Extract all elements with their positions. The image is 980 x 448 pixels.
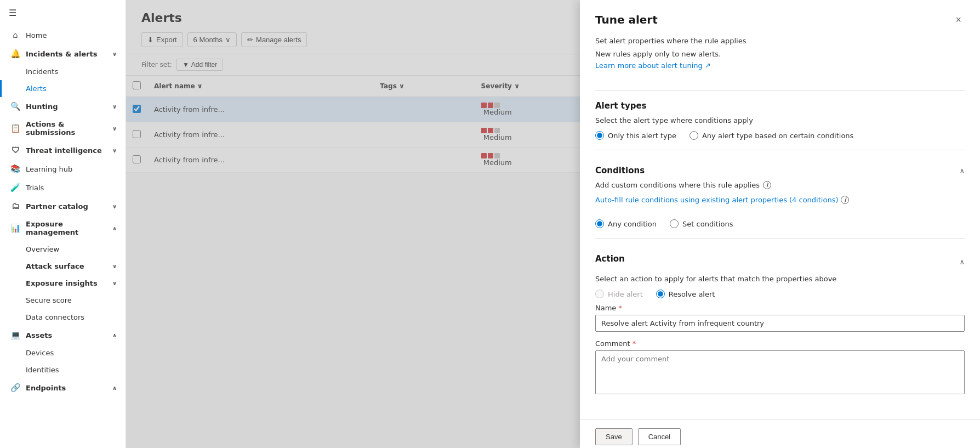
- sidebar-item-incidents-alerts[interactable]: 🔔 Incidents & alerts ∨: [0, 44, 126, 63]
- sidebar-item-label: Identities: [26, 366, 59, 374]
- sidebar-item-overview[interactable]: Overview: [0, 241, 126, 258]
- comment-label: Comment *: [595, 339, 965, 348]
- sidebar-item-secure-score[interactable]: Secure score: [0, 292, 126, 309]
- sidebar-item-label: Attack surface: [26, 262, 84, 270]
- catalog-icon: 🗂: [10, 201, 20, 211]
- sidebar-item-endpoints[interactable]: 🔗 Endpoints ∧: [0, 378, 126, 397]
- divider: [595, 90, 965, 91]
- cancel-button[interactable]: Cancel: [638, 428, 681, 445]
- panel-body: Set alert properties where the rule appl…: [580, 36, 980, 419]
- home-icon: ⌂: [10, 30, 20, 40]
- only-this-type-option[interactable]: Only this alert type: [595, 131, 676, 140]
- chevron-down-icon: ∨: [112, 104, 117, 110]
- conditions-radio-group: Any condition Set conditions: [595, 219, 965, 228]
- panel-footer: Save Cancel: [580, 419, 980, 448]
- sidebar-item-partner-catalog[interactable]: 🗂 Partner catalog ∨: [0, 197, 126, 216]
- sidebar-item-hunting[interactable]: 🔍 Hunting ∨: [0, 97, 126, 116]
- hamburger-menu[interactable]: ☰: [0, 0, 126, 26]
- endpoints-icon: 🔗: [10, 383, 20, 393]
- bell-icon: 🔔: [10, 49, 20, 59]
- auto-fill-link[interactable]: Auto-fill rule conditions using existing…: [595, 196, 849, 204]
- comment-textarea[interactable]: [595, 350, 965, 394]
- any-condition-label: Any condition: [608, 220, 657, 228]
- sidebar-item-label: Actions & submissions: [26, 120, 107, 137]
- divider: [595, 150, 965, 150]
- hide-alert-radio: [595, 290, 604, 298]
- sidebar-item-threat-intelligence[interactable]: 🛡 Threat intelligence ∨: [0, 141, 126, 160]
- sidebar-item-attack-surface[interactable]: Attack surface ∨: [0, 258, 126, 275]
- chevron-down-icon: ∨: [112, 280, 117, 286]
- name-label: Name *: [595, 304, 965, 312]
- any-alert-type-radio[interactable]: [690, 131, 698, 140]
- only-this-type-radio[interactable]: [595, 131, 604, 140]
- conditions-header[interactable]: Conditions ∧: [595, 160, 965, 181]
- sidebar-item-actions-submissions[interactable]: 📋 Actions & submissions ∨: [0, 116, 126, 141]
- panel-description-1: Set alert properties where the rule appl…: [595, 36, 965, 47]
- sidebar-item-devices[interactable]: Devices: [0, 344, 126, 361]
- sidebar-item-incidents[interactable]: Incidents: [0, 63, 126, 80]
- set-conditions-radio[interactable]: [670, 219, 679, 228]
- sidebar-section-exposure-management[interactable]: 📊 Exposure management ∧: [0, 216, 126, 241]
- sidebar-item-exposure-insights[interactable]: Exposure insights ∨: [0, 275, 126, 292]
- sidebar-item-learning-hub[interactable]: 📚 Learning hub: [0, 160, 126, 178]
- name-input[interactable]: [595, 315, 965, 332]
- sidebar-item-label: Threat intelligence: [26, 146, 102, 155]
- action-radio-group: Hide alert Resolve alert: [595, 290, 965, 298]
- conditions-subtitle: Add custom conditions where this rule ap…: [595, 181, 760, 189]
- chevron-up-icon: ∧: [959, 258, 965, 266]
- resolve-alert-label: Resolve alert: [669, 290, 715, 298]
- close-button[interactable]: ×: [952, 13, 965, 27]
- actions-icon: 📋: [10, 123, 20, 133]
- chevron-down-icon: ∨: [112, 126, 117, 132]
- set-conditions-label: Set conditions: [682, 220, 733, 228]
- chevron-down-icon: ∧: [112, 385, 117, 391]
- resolve-alert-option[interactable]: Resolve alert: [656, 290, 715, 298]
- hide-alert-label: Hide alert: [608, 290, 643, 298]
- sidebar-item-label: Hunting: [26, 103, 58, 111]
- alert-type-radio-group: Only this alert type Any alert type base…: [595, 131, 965, 140]
- learn-more-link[interactable]: Learn more about alert tuning ↗: [595, 61, 711, 70]
- action-subtitle: Select an action to apply for alerts tha…: [595, 275, 965, 283]
- info-icon: i: [763, 181, 771, 189]
- trials-icon: 🧪: [10, 183, 20, 192]
- action-header[interactable]: Action ∧: [595, 248, 965, 275]
- sidebar-item-label: Endpoints: [26, 384, 66, 392]
- assets-icon: 💻: [10, 330, 20, 340]
- sidebar-item-label: Secure score: [26, 296, 72, 304]
- panel-header: Tune alert ×: [580, 0, 980, 36]
- any-alert-type-option[interactable]: Any alert type based on certain conditio…: [690, 131, 853, 140]
- sidebar-item-trials[interactable]: 🧪 Trials: [0, 178, 126, 197]
- any-alert-type-label: Any alert type based on certain conditio…: [702, 132, 853, 140]
- any-condition-option[interactable]: Any condition: [595, 219, 657, 228]
- external-link-icon: ↗: [705, 61, 711, 70]
- sidebar-item-home[interactable]: ⌂ Home: [0, 26, 126, 44]
- save-button[interactable]: Save: [595, 428, 633, 445]
- set-conditions-option[interactable]: Set conditions: [670, 219, 733, 228]
- sidebar-item-alerts[interactable]: Alerts: [0, 80, 126, 97]
- chevron-down-icon: ∨: [112, 148, 117, 154]
- sidebar-item-label: Home: [26, 31, 47, 39]
- sidebar-item-data-connectors[interactable]: Data connectors: [0, 309, 126, 326]
- chevron-down-icon: ∨: [112, 263, 117, 269]
- alert-types-title: Alert types: [595, 101, 965, 111]
- learning-icon: 📚: [10, 164, 20, 174]
- sidebar-item-label: Devices: [26, 349, 54, 357]
- sidebar-item-label: Overview: [26, 245, 59, 253]
- sidebar-item-identities[interactable]: Identities: [0, 361, 126, 378]
- sidebar-item-label: Alerts: [26, 84, 47, 93]
- resolve-alert-radio[interactable]: [656, 290, 665, 298]
- tune-alert-panel: Tune alert × Set alert properties where …: [580, 0, 980, 448]
- sidebar-item-label: Exposure insights: [26, 279, 98, 287]
- sidebar-item-label: Trials: [26, 184, 44, 192]
- chevron-down-icon: ∧: [112, 332, 117, 338]
- sidebar-section-assets[interactable]: 💻 Assets ∧: [0, 326, 126, 344]
- exposure-icon: 📊: [10, 223, 20, 233]
- hide-alert-option[interactable]: Hide alert: [595, 290, 643, 298]
- chevron-down-icon: ∧: [112, 225, 117, 231]
- sidebar-item-label: Incidents & alerts: [26, 50, 97, 58]
- conditions-section: Conditions ∧ Add custom conditions where…: [595, 160, 965, 228]
- alert-types-section: Alert types Select the alert type where …: [595, 101, 965, 140]
- any-condition-radio[interactable]: [595, 219, 604, 228]
- name-form-group: Name *: [595, 304, 965, 332]
- sidebar-item-label: Assets: [26, 331, 52, 339]
